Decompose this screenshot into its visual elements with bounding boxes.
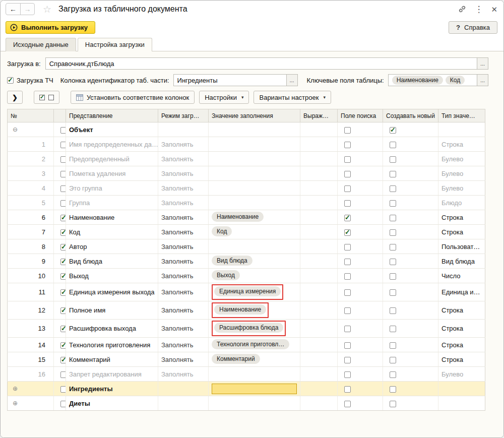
table-row[interactable]: 16Запрет редактированияЗаполнятьБулево bbox=[8, 367, 485, 382]
menu-kebab-icon[interactable]: ⋮ bbox=[474, 5, 483, 14]
row-use-checkbox[interactable] bbox=[60, 200, 66, 207]
table-row[interactable]: 15КомментарийЗаполнятьКомментарийСтрока bbox=[8, 352, 485, 367]
table-row[interactable]: ⊖Объект bbox=[8, 122, 485, 137]
column-header[interactable]: Выраж… bbox=[300, 109, 338, 122]
set-column-mapping-button[interactable]: Установить соответствие колонок bbox=[71, 91, 195, 104]
row-use-checkbox[interactable] bbox=[60, 357, 66, 363]
forward-button[interactable]: → bbox=[20, 4, 34, 15]
table-row[interactable]: 10ВыходЗаполнятьВыходЧисло bbox=[8, 269, 485, 283]
row-use-checkbox[interactable] bbox=[60, 342, 66, 349]
value-pill[interactable]: Единица измерения bbox=[214, 286, 281, 296]
create-new-checkbox[interactable] bbox=[390, 244, 396, 251]
create-new-checkbox[interactable] bbox=[390, 200, 396, 207]
create-new-checkbox[interactable] bbox=[390, 142, 396, 148]
row-use-checkbox[interactable] bbox=[60, 244, 66, 251]
row-use-checkbox[interactable] bbox=[60, 127, 66, 134]
selected-cell[interactable] bbox=[212, 384, 297, 394]
key-field-tag[interactable]: Код bbox=[446, 76, 465, 85]
table-row[interactable]: 14Технология приготовленияЗаполнятьТехно… bbox=[8, 338, 485, 352]
key-fields-more-button[interactable]: ... bbox=[477, 74, 488, 86]
row-use-checkbox[interactable] bbox=[60, 156, 66, 163]
row-use-checkbox[interactable] bbox=[60, 386, 66, 393]
expand-icon[interactable]: ⊕ bbox=[13, 385, 18, 392]
column-header[interactable]: Создавать новый bbox=[383, 109, 438, 122]
row-use-checkbox[interactable] bbox=[60, 371, 66, 378]
search-field-checkbox[interactable] bbox=[344, 326, 351, 332]
create-new-checkbox[interactable] bbox=[390, 156, 396, 163]
row-use-checkbox[interactable] bbox=[60, 273, 66, 280]
column-id-input[interactable]: Ингредиенты bbox=[173, 74, 287, 86]
table-row[interactable]: 8АвторЗаполнятьПользоват… bbox=[8, 239, 485, 254]
back-button[interactable]: ← bbox=[6, 4, 20, 15]
create-new-checkbox[interactable] bbox=[390, 371, 396, 378]
table-row[interactable]: 11Единица измерения выходаЗаполнятьЕдини… bbox=[8, 283, 485, 301]
table-row[interactable]: 13Расшифровка выходаЗаполнятьРасшифровка… bbox=[8, 320, 485, 338]
column-header[interactable]: Представление bbox=[66, 109, 158, 122]
value-pill[interactable]: Технология приготовл… bbox=[212, 339, 289, 349]
create-new-checkbox[interactable] bbox=[390, 342, 396, 349]
load-to-more-button[interactable]: ... bbox=[477, 57, 488, 70]
key-fields-input[interactable]: Наименование Код bbox=[388, 74, 477, 86]
create-new-checkbox[interactable] bbox=[390, 215, 396, 221]
column-header[interactable]: Режим загр… bbox=[158, 109, 209, 122]
check-all-button[interactable] bbox=[39, 95, 45, 100]
table-row[interactable]: 3Пометка удаленияЗаполнятьБулево bbox=[8, 166, 485, 181]
search-field-checkbox[interactable] bbox=[344, 386, 351, 393]
table-row[interactable]: 12Полное имяЗаполнятьНаименованиеСтрока bbox=[8, 301, 485, 320]
create-new-checkbox[interactable] bbox=[390, 357, 396, 363]
search-field-checkbox[interactable] bbox=[344, 371, 351, 378]
row-use-checkbox[interactable] bbox=[60, 307, 66, 314]
tab-source-data[interactable]: Исходные данные bbox=[6, 38, 76, 51]
create-new-checkbox[interactable] bbox=[390, 171, 396, 177]
create-new-checkbox[interactable] bbox=[390, 229, 396, 236]
value-pill[interactable]: Наименование bbox=[214, 304, 266, 315]
execute-load-button[interactable]: Выполнить загрузку bbox=[6, 21, 95, 34]
column-header[interactable]: № bbox=[8, 109, 54, 122]
search-field-checkbox[interactable] bbox=[344, 156, 351, 163]
table-row[interactable]: 1Имя предопределенных да…ЗаполнятьСтрока bbox=[8, 137, 485, 152]
row-use-checkbox[interactable] bbox=[60, 142, 66, 148]
column-header[interactable]: Значение заполнения bbox=[209, 109, 300, 122]
key-field-tag[interactable]: Наименование bbox=[392, 76, 443, 85]
search-field-checkbox[interactable] bbox=[344, 127, 351, 134]
uncheck-all-button[interactable] bbox=[48, 95, 54, 100]
expand-all-button[interactable]: ❯ bbox=[7, 91, 23, 104]
help-button[interactable]: ? Справка bbox=[449, 21, 497, 34]
value-pill[interactable]: Расшифровка блюда bbox=[214, 323, 283, 333]
close-icon[interactable]: ✕ bbox=[491, 6, 497, 13]
search-field-checkbox[interactable] bbox=[344, 273, 351, 280]
link-icon[interactable] bbox=[458, 5, 466, 13]
expand-icon[interactable]: ⊕ bbox=[13, 400, 18, 407]
table-row[interactable]: ⊕Ингредиенты bbox=[8, 382, 485, 396]
value-pill[interactable]: Комментарий bbox=[212, 354, 260, 364]
row-use-checkbox[interactable] bbox=[60, 326, 66, 332]
create-new-checkbox[interactable] bbox=[390, 259, 396, 265]
column-header[interactable] bbox=[54, 109, 66, 122]
search-field-checkbox[interactable] bbox=[344, 289, 351, 296]
search-field-checkbox[interactable] bbox=[344, 342, 351, 349]
search-field-checkbox[interactable] bbox=[344, 307, 351, 314]
search-field-checkbox[interactable] bbox=[344, 185, 351, 192]
favorite-star-icon[interactable]: ☆ bbox=[43, 5, 51, 14]
search-field-checkbox[interactable] bbox=[344, 229, 351, 236]
column-header[interactable]: Поле поиска bbox=[338, 109, 383, 122]
create-new-checkbox[interactable] bbox=[390, 185, 396, 192]
column-id-more-button[interactable]: ... bbox=[287, 74, 298, 86]
search-field-checkbox[interactable] bbox=[344, 401, 351, 407]
create-new-checkbox[interactable] bbox=[390, 326, 396, 332]
tab-load-settings[interactable]: Настройка загрузки bbox=[78, 38, 152, 51]
create-new-checkbox[interactable] bbox=[390, 127, 396, 134]
search-field-checkbox[interactable] bbox=[344, 244, 351, 251]
collapse-icon[interactable]: ⊖ bbox=[13, 126, 18, 133]
row-use-checkbox[interactable] bbox=[60, 401, 66, 407]
row-use-checkbox[interactable] bbox=[60, 171, 66, 177]
column-header[interactable]: Тип значе… bbox=[438, 109, 485, 122]
load-to-input[interactable]: Справочник.дтБлюда bbox=[45, 57, 477, 70]
search-field-checkbox[interactable] bbox=[344, 171, 351, 177]
load-tch-checkbox[interactable] bbox=[7, 77, 14, 84]
row-use-checkbox[interactable] bbox=[60, 185, 66, 192]
create-new-checkbox[interactable] bbox=[390, 289, 396, 296]
value-pill[interactable]: Выход bbox=[212, 270, 240, 280]
search-field-checkbox[interactable] bbox=[344, 357, 351, 363]
row-use-checkbox[interactable] bbox=[60, 229, 66, 236]
